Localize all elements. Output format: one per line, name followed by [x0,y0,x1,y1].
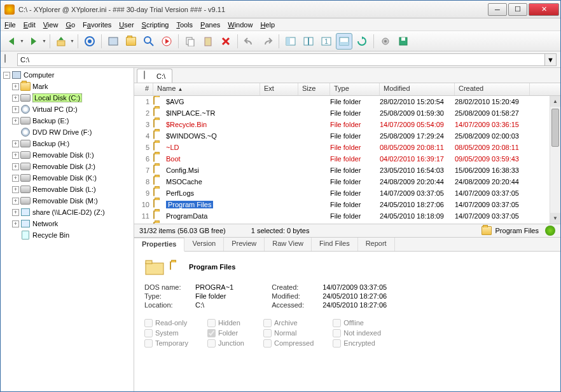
tree-item[interactable]: +Removable Disk (M:) [1,195,134,206]
tree-item[interactable]: +Mark [1,81,134,92]
forward-button[interactable] [25,33,42,50]
svg-rect-9 [205,37,211,46]
tree-item[interactable]: +Backup (E:) [1,115,134,126]
tree-item[interactable]: +Removable Disk (L:) [1,184,134,195]
file-row[interactable]: 5~LDFile folder08/05/2009 20:08:1108/05/… [134,142,560,153]
file-row[interactable]: 11ProgramDataFile folder24/05/2010 18:18… [134,210,560,222]
pane1-button[interactable] [282,33,299,50]
menu-go[interactable]: Go [66,21,75,29]
titlebar: C:\ - XYplorer @ XYplorer.ini - ### 30-d… [1,1,560,18]
col-index[interactable]: # [134,83,153,95]
address-input[interactable] [17,53,545,66]
menu-help[interactable]: Help [260,21,275,29]
scroll-thumb[interactable] [551,109,559,147]
redo-button[interactable] [259,33,275,50]
attr-hidden[interactable]: Hidden [207,319,244,327]
undo-button[interactable] [241,33,258,50]
menu-favorites[interactable]: Favorites [83,21,111,29]
tree-root[interactable]: − Computer [1,69,134,81]
file-row[interactable]: 4$WINDOWS.~QFile folder25/08/2009 17:29:… [134,130,560,142]
file-row[interactable]: 10Program FilesFile folder24/05/2010 18:… [134,199,560,210]
svg-rect-22 [146,263,163,274]
menu-panes[interactable]: Panes [200,21,220,29]
col-type[interactable]: Type [330,83,380,95]
tree-item[interactable]: +Removable Disk (I:) [1,149,134,161]
file-row[interactable]: 8MSOCacheFile folder24/08/2009 20:20:442… [134,176,560,187]
tree-item[interactable]: DVD RW Drive (F:) [1,126,134,138]
maximize-button[interactable]: ☐ [508,3,527,16]
delete-button[interactable] [218,33,234,50]
col-name[interactable]: Name ▲ [153,83,260,95]
tab-rawview[interactable]: Raw View [265,238,312,251]
copy-button[interactable] [182,33,198,50]
scroll-down[interactable]: ▼ [550,213,560,224]
file-row[interactable]: 2$INPLACE.~TRFile folder25/08/2009 01:59… [134,107,560,119]
attr-temporary[interactable]: Temporary [144,339,188,348]
folder-tree[interactable]: − Computer +Mark+Local Disk (C:)+Virtual… [1,68,134,391]
minimize-button[interactable]: ─ [488,3,507,16]
address-dropdown[interactable]: ▼ [545,53,557,66]
menu-edit[interactable]: Edit [24,21,36,29]
window-button[interactable] [105,33,121,50]
attr-junction[interactable]: Junction [207,339,244,348]
col-ext[interactable]: Ext [260,83,298,95]
menu-window[interactable]: Window [228,21,253,29]
back-button[interactable] [3,33,20,50]
new-folder-button[interactable] [123,33,139,50]
menu-user[interactable]: User [119,21,134,29]
tab-findfiles[interactable]: Find Files [312,238,358,251]
attr-offline[interactable]: Offline [333,319,381,327]
paste-button[interactable] [200,33,216,50]
preview-button[interactable] [158,33,175,50]
up-button[interactable] [53,33,70,50]
info-accessed: 24/05/2010 18:27:06 [322,301,387,309]
file-row[interactable]: 9PerfLogsFile folder14/07/2009 03:37:051… [134,187,560,199]
tab-version[interactable]: Version [184,238,224,251]
tab-report[interactable]: Report [358,238,395,251]
pane-active-button[interactable] [336,33,352,50]
attr-readonly[interactable]: Read-only [144,319,188,327]
tree-item[interactable]: +Virtual PC (D:) [1,104,134,115]
tree-item[interactable]: +Local Disk (C:) [1,92,134,104]
menu-file[interactable]: File [4,21,16,29]
attr-encrypted[interactable]: Encrypted [333,339,381,348]
tree-item[interactable]: Recycle Bin [1,229,134,241]
menu-tools[interactable]: Tools [176,21,193,29]
save-button[interactable] [395,33,412,50]
file-row[interactable]: 1$AVGFile folder28/02/2010 15:20:5428/02… [134,96,560,107]
attr-folder[interactable]: Folder [207,329,244,337]
file-row[interactable]: 6BootFile folder04/02/2010 16:39:1709/05… [134,153,560,165]
tree-item[interactable]: +share (\\LACIE-D2) (Z:) [1,206,134,218]
tab-properties[interactable]: Properties [134,238,184,252]
file-list[interactable]: 1$AVGFile folder28/02/2010 15:20:5428/02… [134,96,560,224]
file-row[interactable]: 12RecoveryFile folder24/08/2009 17:37:13… [134,222,560,224]
tree-item[interactable]: +Removable Disk (K:) [1,172,134,184]
col-size[interactable]: Size [298,83,330,95]
pane-num-button[interactable]: 1 [318,33,335,50]
file-row[interactable]: 3$Recycle.BinFile folder14/07/2009 05:54… [134,119,560,130]
status-selected: 1 selected: 0 bytes [251,227,310,234]
attr-compressed[interactable]: Compressed [263,339,314,348]
tree-item[interactable]: +Removable Disk (J:) [1,161,134,172]
folder-tab[interactable]: C:\ [137,69,172,83]
file-row[interactable]: 7Config.MsiFile folder23/05/2010 16:54:0… [134,165,560,176]
scroll-up[interactable]: ▲ [550,96,560,107]
attr-notindexed[interactable]: Not indexed [333,329,381,337]
menu-scripting[interactable]: Scripting [142,21,169,29]
target-button[interactable] [81,33,98,50]
attr-archive[interactable]: Archive [263,319,314,327]
attr-system[interactable]: System [144,329,188,337]
close-button[interactable]: ✕ [529,3,559,16]
attr-normal[interactable]: Normal [263,329,314,337]
refresh-button[interactable] [354,33,370,50]
search-button[interactable] [141,33,157,50]
col-created[interactable]: Created [455,83,530,95]
col-modified[interactable]: Modified [380,83,455,95]
tree-item[interactable]: +Network [1,218,134,229]
tab-preview[interactable]: Preview [224,238,265,251]
pane2-button[interactable] [300,33,317,50]
tree-item[interactable]: +Backup (H:) [1,138,134,149]
menu-view[interactable]: View [43,21,59,29]
scrollbar[interactable]: ▲ ▼ [550,96,560,224]
settings-button[interactable] [377,33,394,50]
